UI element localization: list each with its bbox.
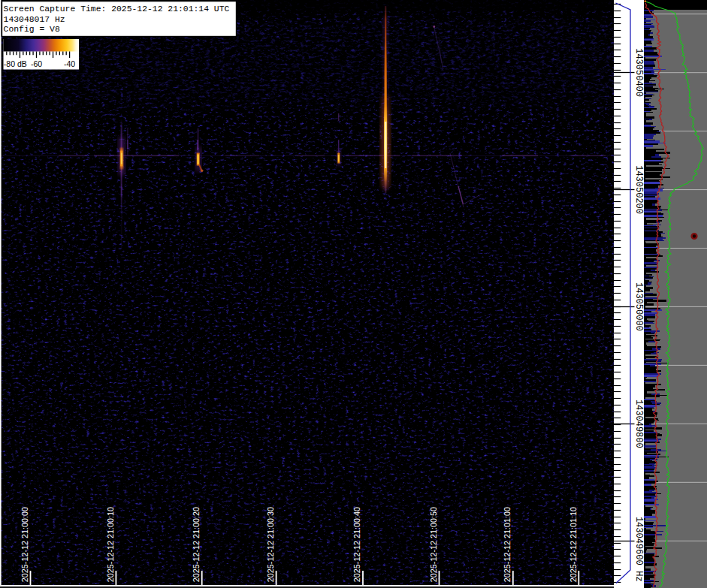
svg-text:143050000: 143050000 bbox=[633, 282, 644, 331]
svg-text:Screen Capture Time: 2025-12-1: Screen Capture Time: 2025-12-12 21:01:14… bbox=[4, 5, 230, 14]
svg-text:2025-12-12 21:01:10: 2025-12-12 21:01:10 bbox=[569, 507, 578, 582]
svg-text:-80 dB: -80 dB bbox=[4, 59, 27, 68]
svg-text:2025-12-12 21:00:00: 2025-12-12 21:00:00 bbox=[20, 507, 29, 582]
svg-text:143048017 Hz: 143048017 Hz bbox=[4, 15, 65, 24]
svg-text:2025-12-12 21:01:00: 2025-12-12 21:01:00 bbox=[503, 507, 512, 582]
svg-text:2025-12-12 21:00:10: 2025-12-12 21:00:10 bbox=[106, 507, 115, 582]
svg-text:143050200: 143050200 bbox=[633, 165, 644, 214]
svg-text:143050400: 143050400 bbox=[633, 48, 644, 97]
svg-text:Config = V8: Config = V8 bbox=[4, 25, 60, 34]
svg-text:-40: -40 bbox=[64, 59, 75, 68]
svg-text:143049800: 143049800 bbox=[633, 400, 644, 448]
svg-text:-60: -60 bbox=[31, 59, 42, 68]
svg-text:2025-12-12 21:00:40: 2025-12-12 21:00:40 bbox=[352, 507, 361, 582]
svg-text:2025-12-12 21:00:30: 2025-12-12 21:00:30 bbox=[266, 507, 275, 582]
svg-text:2025-12-12 21:00:50: 2025-12-12 21:00:50 bbox=[429, 507, 438, 582]
svg-text:Hz: Hz bbox=[633, 571, 644, 581]
svg-text:2025-12-12 21:00:20: 2025-12-12 21:00:20 bbox=[192, 507, 201, 582]
svg-text:143049600: 143049600 bbox=[633, 517, 644, 565]
